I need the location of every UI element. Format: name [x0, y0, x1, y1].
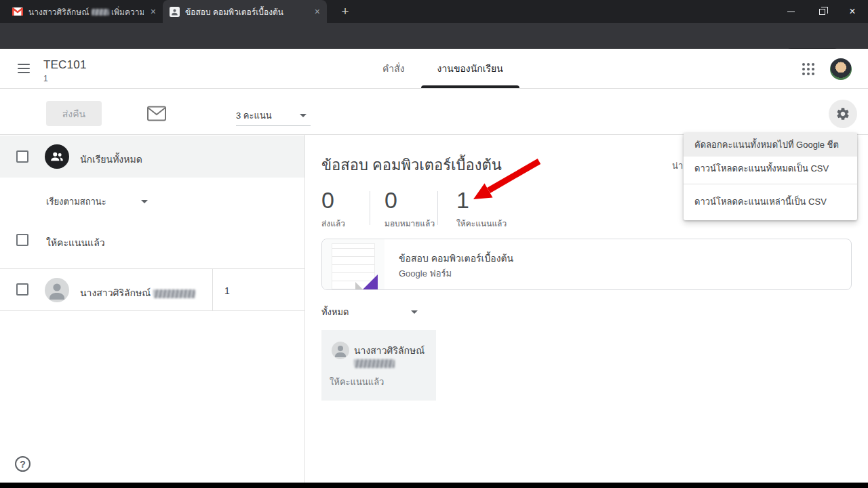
student-submission-card[interactable]: นางสาวศิริลักษณ์ ให้คะแนนแล้ว [321, 330, 436, 401]
menu-separator [684, 184, 857, 184]
new-tab-button[interactable]: + [337, 3, 353, 20]
points-label: 3 คะแนน [236, 108, 272, 123]
student-avatar [45, 278, 69, 302]
students-sidebar: นักเรียนทั้งหมด เรียงตามสถานะ ให้คะแนนแล… [0, 135, 305, 483]
minimize-icon [787, 12, 795, 12]
partially-hidden-text: น่า [672, 159, 683, 173]
stat-assigned-label: มอบหมายแล้ว [384, 217, 435, 230]
stat-graded-label: ให้คะแนนแล้ว [456, 217, 507, 230]
email-button[interactable] [146, 105, 167, 125]
course-section: 1 [43, 74, 87, 83]
active-tab-underline [421, 85, 519, 88]
form-purple-fold [363, 274, 378, 289]
red-arrow-annotation [461, 156, 546, 207]
action-toolbar [0, 89, 868, 135]
settings-menu: คัดลอกคะแนนทั้งหมดไปที่ Google ชีต ดาวน์… [684, 133, 857, 220]
course-code: TEC101 [43, 58, 87, 72]
grade-column-divider [212, 268, 213, 311]
bottom-black-bar [0, 483, 868, 488]
card-status: ให้คะแนนแล้ว [330, 375, 384, 389]
student-grade: 1 [224, 285, 230, 296]
stat-divider [370, 191, 370, 225]
restore-icon [819, 9, 825, 15]
menu-item-download-these-csv[interactable]: ดาวน์โหลดคะแนนเหล่านี้เป็น CSV [684, 188, 857, 215]
browser-tab-gmail[interactable]: นางสาวศิริลักษณ์ เพิ่มความคิ × [5, 0, 163, 23]
menu-item-copy-to-sheets[interactable]: คัดลอกคะแนนทั้งหมดไปที่ Google ชีต [684, 133, 857, 157]
screen: นางสาวศิริลักษณ์ เพิ่มความคิ × ข้อสอบ คอ… [0, 0, 868, 488]
filter-all-dropdown[interactable]: ทั้งหมด [321, 305, 418, 319]
question-mark-icon: ? [20, 459, 26, 470]
stat-turned-in-label: ส่งแล้ว [321, 217, 345, 230]
all-students-label: นักเรียนทั้งหมด [80, 152, 142, 167]
window-restore-button[interactable] [806, 0, 837, 23]
return-button[interactable]: ส่งคืน [46, 101, 102, 126]
chevron-down-icon [411, 310, 418, 314]
points-dropdown[interactable]: 3 คะแนน [236, 106, 311, 126]
classroom-tab-icon [170, 7, 180, 17]
tab-title: นางสาวศิริลักษณ์ เพิ่มความคิ [28, 5, 144, 18]
tab-instructions[interactable]: คำสั่ง [366, 49, 421, 88]
person-icon [45, 278, 69, 302]
google-form-thumbnail [322, 239, 384, 289]
close-tab-icon[interactable]: × [315, 6, 320, 17]
window-close-button[interactable]: × [837, 0, 868, 23]
attachment-type: Google ฟอร์ม [399, 266, 452, 281]
chevron-down-icon [300, 114, 307, 117]
graded-group-label: ให้คะแนนแล้ว [46, 235, 105, 250]
student-name: นางสาวศิริลักษณ์ [80, 285, 195, 300]
filter-label: ทั้งหมด [321, 305, 349, 319]
all-students-checkbox[interactable] [16, 150, 28, 163]
tab-student-work[interactable]: งานของนักเรียน [421, 49, 519, 88]
browser-navbar: ← → ↻ classroom.google.com/c/OTc1NTQ0NTA… [0, 23, 868, 49]
attachment-card[interactable]: ข้อสอบ คอมพิวเตอร์เบื้องต้น Google ฟอร์ม [321, 239, 852, 290]
stat-divider [437, 191, 438, 225]
redacted-text [92, 9, 109, 16]
chevron-down-icon [141, 200, 148, 203]
graded-group-checkbox[interactable] [16, 234, 28, 246]
people-icon [50, 149, 64, 164]
redacted-surname [153, 289, 195, 298]
profile-avatar[interactable] [830, 58, 852, 80]
student-checkbox[interactable] [16, 283, 28, 296]
google-apps-icon[interactable] [802, 63, 814, 75]
attachment-title: ข้อสอบ คอมพิวเตอร์เบื้องต้น [399, 251, 513, 266]
classroom-tabs: คำสั่ง งานของนักเรียน [366, 49, 519, 88]
sort-label: เรียงตามสถานะ [46, 195, 106, 209]
help-button[interactable]: ? [15, 456, 31, 472]
all-students-avatar [45, 144, 69, 169]
window-minimize-button[interactable] [775, 0, 806, 23]
student-avatar [332, 342, 349, 359]
menu-item-download-all-csv[interactable]: ดาวน์โหลดคะแนนทั้งหมดเป็น CSV [684, 157, 857, 180]
browser-tab-classroom[interactable]: ข้อสอบ คอมพิวเตอร์เบื้องต้น × [163, 0, 327, 23]
person-icon [332, 342, 349, 359]
close-icon: × [849, 6, 855, 17]
gear-icon [835, 106, 850, 121]
redacted-surname [354, 359, 395, 368]
main-menu-icon[interactable] [18, 64, 30, 73]
close-tab-icon[interactable]: × [151, 6, 156, 17]
browser-tab-strip: นางสาวศิริลักษณ์ เพิ่มความคิ × ข้อสอบ คอ… [0, 0, 868, 23]
settings-gear-button[interactable] [829, 100, 857, 128]
fold-shadow [355, 282, 363, 289]
sort-by-status-dropdown[interactable]: เรียงตามสถานะ [46, 195, 148, 209]
stat-turned-in-value: 0 [321, 187, 334, 214]
card-student-name: นางสาวศิริลักษณ์ [354, 343, 425, 358]
tab-title: ข้อสอบ คอมพิวเตอร์เบื้องต้น [185, 5, 283, 18]
stat-assigned-value: 0 [384, 187, 397, 214]
course-info[interactable]: TEC101 1 [43, 58, 87, 83]
gmail-icon [12, 7, 23, 16]
